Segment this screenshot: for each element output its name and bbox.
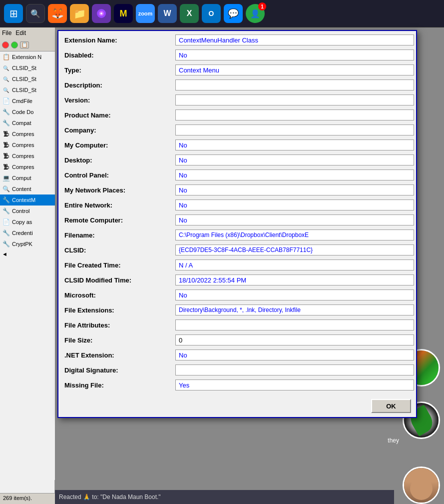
search-icon: 🔍 xyxy=(30,9,40,18)
form-row-file-extensions: File Extensions: Directory\Background, *… xyxy=(60,303,414,317)
taskbar: ⊞ 🔍 🦊 📁 M zoom W X O 💬 👤 1 xyxy=(0,0,444,28)
label-file-extensions: File Extensions: xyxy=(60,306,175,315)
compres2-icon: 🗜 xyxy=(2,141,10,149)
taskbar-files-icon[interactable]: 📁 xyxy=(70,4,89,23)
sidebar-item-clsid-3[interactable]: 🔍 CLSID_St xyxy=(0,84,55,96)
form-row-disabled: Disabled: No xyxy=(60,48,414,62)
value-file-extensions: Directory\Background, *, .lnk, Directory… xyxy=(175,304,414,316)
taskbar-zoom-icon[interactable]: zoom xyxy=(136,4,155,23)
sidebar-item-contextm[interactable]: 🔧 ContextM xyxy=(0,194,55,206)
label-entire-network: Entire Network: xyxy=(60,200,175,210)
label-disabled: Disabled: xyxy=(60,50,175,60)
sidebar-label: CLSID_St xyxy=(12,65,36,71)
sidebar-item-compres-4[interactable]: 🗜 Compres xyxy=(0,162,55,172)
taskbar-excel-icon[interactable]: X xyxy=(180,4,199,23)
label-missing-file: Missing File: xyxy=(60,380,175,390)
compres1-icon: 🗜 xyxy=(2,130,10,138)
taskbar-shortcut-icon[interactable] xyxy=(92,4,111,23)
sidebar-label: Code Do xyxy=(12,109,33,115)
sidebar-item-clsid-2[interactable]: 🔍 CLSID_St xyxy=(0,74,55,84)
windows-start-button[interactable]: ⊞ xyxy=(4,4,23,23)
label-control-panel: Control Panel: xyxy=(60,170,175,180)
sidebar-item-compres-2[interactable]: 🗜 Compres xyxy=(0,140,55,150)
sidebar-item-cryptpk[interactable]: 🔧 CryptPK xyxy=(0,238,55,250)
label-clsid-modified-time: CLSID Modified Time: xyxy=(60,276,175,285)
sidebar-item-credenti[interactable]: 🔧 Credenti xyxy=(0,228,55,238)
sidebar-item-compres-3[interactable]: 🗜 Compres xyxy=(0,150,55,162)
label-microsoft: Microsoft: xyxy=(60,290,175,300)
minimize-button[interactable] xyxy=(11,42,18,48)
clsid3-icon: 🔍 xyxy=(2,86,10,94)
taskbar-avatar[interactable]: 👤 1 xyxy=(246,4,265,23)
label-product-name: Product Name: xyxy=(60,110,175,120)
sidebar-item-comput[interactable]: 💻 Comput xyxy=(0,172,55,184)
sidebar-item-compat[interactable]: 🔧 Compat xyxy=(0,118,55,128)
close-button[interactable] xyxy=(2,42,9,48)
chat-bar: Reacted 🙏 to: "De Nada Maun Boot." xyxy=(55,490,394,504)
value-file-attributes xyxy=(175,320,414,330)
value-filename: C:\Program Files (x86)\Dropbox\Client\Dr… xyxy=(175,230,414,240)
sidebar-label: Compres xyxy=(12,153,34,159)
menu-file[interactable]: File xyxy=(2,30,11,36)
extension-n-icon: 📋 xyxy=(2,53,10,61)
sidebar-item-cmdfile[interactable]: 📄 CmdFile xyxy=(0,96,55,106)
sidebar-item-extension-n[interactable]: 📋 Extension N xyxy=(0,52,55,62)
form-row-digital-signature: Digital Signature: xyxy=(60,363,414,377)
chat-text-they: they xyxy=(388,437,399,444)
value-entire-network: No xyxy=(175,200,414,210)
value-desktop: No xyxy=(175,154,414,166)
chat-message: Reacted 🙏 to: "De Nada Maun Boot." xyxy=(59,494,161,500)
taskbar-miro-icon[interactable]: M xyxy=(114,4,133,23)
sidebar-item-copy-as[interactable]: 📄 Copy as xyxy=(0,216,55,228)
taskbar-word-icon[interactable]: W xyxy=(158,4,177,23)
taskbar-messenger-icon[interactable]: 💬 xyxy=(224,4,243,23)
sidebar-label: CmdFile xyxy=(12,98,32,104)
label-digital-signature: Digital Signature: xyxy=(60,366,175,375)
sidebar-item-control[interactable]: 🔧 Control xyxy=(0,206,55,216)
sidebar-body: 📋 Extension N 🔍 CLSID_St 🔍 CLSID_St 🔍 CL… xyxy=(0,52,55,480)
sidebar-item-code-do[interactable]: 🔧 Code Do xyxy=(0,106,55,118)
clsid2-icon: 🔍 xyxy=(2,75,10,83)
form-row-entire-network: Entire Network: No xyxy=(60,198,414,212)
label-company: Company: xyxy=(60,126,175,135)
window-icon-btn[interactable]: 📋 xyxy=(20,42,29,48)
form-row-microsoft: Microsoft: No xyxy=(60,288,414,302)
control-icon: 🔧 xyxy=(2,207,10,215)
label-clsid: CLSID: xyxy=(60,246,175,255)
taskbar-outlook-icon[interactable]: O xyxy=(202,4,221,23)
contextm-icon: 🔧 xyxy=(2,196,10,204)
status-bar: 269 item(s). xyxy=(0,493,55,504)
credenti-icon: 🔧 xyxy=(2,229,10,237)
taskbar-firefox-icon[interactable]: 🦊 xyxy=(48,4,67,23)
sidebar-label: Content xyxy=(12,186,31,192)
label-desktop: Desktop: xyxy=(60,156,175,165)
taskbar-search-button[interactable]: 🔍 xyxy=(26,4,45,23)
menu-edit[interactable]: Edit xyxy=(15,30,26,36)
notification-badge: 1 xyxy=(258,2,266,10)
value-microsoft: No xyxy=(175,290,414,300)
label-net-extension: .NET Extension: xyxy=(60,350,175,360)
value-my-computer: No xyxy=(175,140,414,150)
scroll-left-arrow: ◄ xyxy=(2,251,7,257)
form-row-company: Company: xyxy=(60,123,414,137)
form-row-remote-computer: Remote Computer: No xyxy=(60,213,414,227)
sidebar-label: ContextM xyxy=(12,197,35,203)
value-file-size: 0 xyxy=(175,334,414,346)
value-disabled: No xyxy=(175,50,414,60)
cmdfile-icon: 📄 xyxy=(2,97,10,105)
value-digital-signature xyxy=(175,364,414,376)
value-clsid: {ECD97DE5-3C8F-4ACB-AEEE-CCAB78F7711C} xyxy=(175,244,414,256)
form-row-my-computer: My Computer: No xyxy=(60,138,414,152)
sidebar-item-compres-1[interactable]: 🗜 Compres xyxy=(0,128,55,140)
form-row-clsid-modified-time: CLSID Modified Time: 18/10/2022 2:55:54 … xyxy=(60,273,414,287)
sidebar-item-clsid-1[interactable]: 🔍 CLSID_St xyxy=(0,62,55,74)
scroll-indicator[interactable]: ◄ xyxy=(0,250,55,258)
form-row-net-extension: .NET Extension: No xyxy=(60,348,414,362)
comput-icon: 💻 xyxy=(2,174,10,182)
sidebar-item-content[interactable]: 🔍 Content xyxy=(0,184,55,194)
sidebar-label: Compres xyxy=(12,142,34,148)
value-product-name xyxy=(175,110,414,120)
value-remote-computer: No xyxy=(175,214,414,226)
value-extension-name: ContextMenuHandler Class xyxy=(175,34,414,46)
ok-button[interactable]: OK xyxy=(371,399,411,413)
